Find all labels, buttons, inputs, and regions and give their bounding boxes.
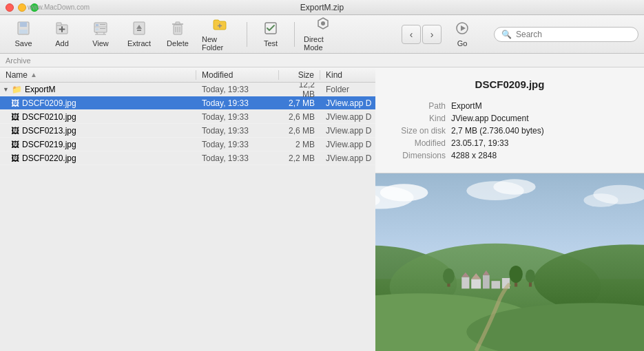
list-item[interactable]: 🖼 DSCF0209.jpg Today, 19:33 2,7 MB JView… bbox=[0, 96, 375, 110]
watermark: www.MacDown.com bbox=[28, 3, 90, 11]
svg-point-35 bbox=[380, 184, 428, 201]
file-kind: JView.app D bbox=[320, 126, 375, 136]
file-modified: Today, 19:33 bbox=[196, 126, 279, 136]
archive-label: Archive bbox=[6, 56, 31, 65]
modified-label: Modified bbox=[386, 137, 448, 149]
delete-label: Delete bbox=[167, 39, 189, 47]
direct-mode-icon bbox=[315, 17, 331, 34]
col-header-name[interactable]: Name ▲ bbox=[0, 70, 196, 80]
file-name-cell: ▼ 📁 ExportM bbox=[0, 85, 196, 94]
preview-image bbox=[375, 173, 644, 351]
list-item[interactable]: 🖼 DSCF0213.jpg Today, 19:33 2,6 MB JView… bbox=[0, 124, 375, 138]
new-folder-label: New Folder bbox=[202, 35, 238, 52]
kind-value: JView.app Document bbox=[448, 112, 633, 125]
folder-icon: 📁 bbox=[12, 85, 22, 94]
svg-rect-10 bbox=[100, 24, 105, 25]
file-size: 2,6 MB bbox=[279, 126, 320, 136]
file-name-cell: 🖼 DSCF0210.jpg bbox=[0, 112, 196, 122]
sort-arrow: ▲ bbox=[30, 71, 37, 78]
go-label: Go bbox=[457, 39, 468, 47]
svg-rect-9 bbox=[96, 24, 98, 26]
extract-icon bbox=[132, 21, 147, 38]
file-name: DSCF0209.jpg bbox=[22, 98, 76, 108]
file-name-cell: 🖼 DSCF0219.jpg bbox=[0, 140, 196, 149]
test-icon bbox=[263, 21, 278, 38]
title-bar: www.MacDown.com ExportM.zip bbox=[0, 0, 644, 15]
delete-icon bbox=[170, 21, 185, 38]
test-label: Test bbox=[264, 39, 278, 47]
info-top: DSCF0209.jpg Path ExportM Kind JView.app… bbox=[375, 67, 644, 173]
file-name: DSCF0220.jpg bbox=[22, 153, 76, 163]
file-modified: Today, 19:33 bbox=[196, 140, 279, 149]
file-name-cell: 🖼 DSCF0220.jpg bbox=[0, 153, 196, 163]
dimensions-value: 4288 x 2848 bbox=[448, 149, 633, 162]
file-kind: JView.app D bbox=[320, 98, 375, 108]
add-button[interactable]: Add bbox=[44, 18, 80, 51]
content-area: Name ▲ Modified Size Kind ▼ 📁 ExportM To… bbox=[0, 67, 644, 351]
file-size: 12,2 MB bbox=[279, 83, 320, 99]
new-folder-icon bbox=[212, 17, 227, 34]
delete-button[interactable]: Delete bbox=[160, 18, 196, 51]
expand-arrow: ▼ bbox=[3, 86, 9, 93]
modified-value: 23.05.17, 19:33 bbox=[448, 137, 633, 149]
search-input[interactable] bbox=[516, 30, 631, 39]
view-button[interactable]: View bbox=[83, 18, 118, 51]
file-modified: Today, 19:33 bbox=[196, 85, 279, 94]
file-name-cell: 🖼 DSCF0209.jpg bbox=[0, 98, 196, 108]
save-label: Save bbox=[14, 39, 32, 47]
svg-rect-1 bbox=[20, 22, 27, 27]
list-item[interactable]: 🖼 DSCF0219.jpg Today, 19:33 2 MB JView.a… bbox=[0, 138, 375, 151]
file-name: DSCF0213.jpg bbox=[22, 126, 76, 136]
close-button[interactable] bbox=[6, 3, 14, 12]
svg-rect-12 bbox=[96, 28, 98, 30]
separator-1 bbox=[247, 22, 247, 47]
size-on-disk-label: Size on disk bbox=[386, 125, 448, 137]
list-item[interactable]: 🖼 DSCF0220.jpg Today, 19:33 2,2 MB JView… bbox=[0, 151, 375, 165]
svg-point-58 bbox=[509, 266, 523, 283]
forward-button[interactable]: › bbox=[422, 25, 442, 44]
col-header-size[interactable]: Size bbox=[279, 70, 320, 80]
new-folder-button[interactable]: New Folder bbox=[198, 18, 241, 51]
search-box[interactable]: 🔍 bbox=[494, 27, 638, 42]
file-icon: 🖼 bbox=[11, 98, 19, 108]
separator-2 bbox=[294, 22, 295, 47]
list-item[interactable]: 🖼 DSCF0210.jpg Today, 19:33 2,6 MB JView… bbox=[0, 110, 375, 124]
file-name-cell: 🖼 DSCF0213.jpg bbox=[0, 126, 196, 136]
col-header-modified[interactable]: Modified bbox=[196, 70, 279, 80]
file-modified: Today, 19:33 bbox=[196, 153, 279, 163]
file-size: 2 MB bbox=[279, 140, 320, 149]
go-button[interactable]: Go bbox=[444, 18, 480, 51]
svg-point-38 bbox=[493, 179, 535, 194]
extract-button[interactable]: Extract bbox=[121, 18, 157, 51]
file-kind: JView.app D bbox=[320, 153, 375, 163]
file-name: DSCF0219.jpg bbox=[22, 140, 76, 149]
file-icon: 🖼 bbox=[11, 140, 19, 149]
direct-mode-button[interactable]: Direct Mode bbox=[300, 18, 346, 51]
file-modified: Today, 19:33 bbox=[196, 112, 279, 122]
svg-rect-47 bbox=[461, 277, 469, 289]
back-button[interactable]: ‹ bbox=[402, 25, 421, 44]
minimize-button[interactable] bbox=[18, 3, 26, 12]
info-panel: DSCF0209.jpg Path ExportM Kind JView.app… bbox=[375, 67, 644, 351]
file-size: 2,7 MB bbox=[279, 98, 320, 108]
add-icon bbox=[54, 21, 70, 38]
size-on-disk-value: 2,7 MB (2.736.040 bytes) bbox=[448, 125, 633, 137]
file-list: ▼ 📁 ExportM Today, 19:33 12,2 MB Folder … bbox=[0, 83, 375, 351]
save-button[interactable]: Save bbox=[6, 18, 41, 51]
list-item[interactable]: ▼ 📁 ExportM Today, 19:33 12,2 MB Folder bbox=[0, 83, 375, 96]
search-icon: 🔍 bbox=[501, 30, 512, 39]
file-kind: JView.app D bbox=[320, 140, 375, 149]
file-icon: 🖼 bbox=[11, 112, 19, 122]
info-table: Path ExportM Kind JView.app Document Siz… bbox=[386, 100, 633, 162]
file-kind: Folder bbox=[320, 85, 375, 94]
file-size: 2,2 MB bbox=[279, 153, 320, 163]
svg-marker-32 bbox=[461, 25, 466, 31]
preview-area bbox=[375, 173, 644, 351]
col-header-kind[interactable]: Kind bbox=[320, 70, 375, 80]
svg-rect-6 bbox=[56, 23, 61, 25]
test-button[interactable]: Test bbox=[253, 18, 289, 51]
dimensions-label: Dimensions bbox=[386, 149, 448, 162]
file-size: 2,6 MB bbox=[279, 112, 320, 122]
file-icon: 🖼 bbox=[11, 126, 19, 136]
svg-rect-16 bbox=[96, 32, 97, 33]
